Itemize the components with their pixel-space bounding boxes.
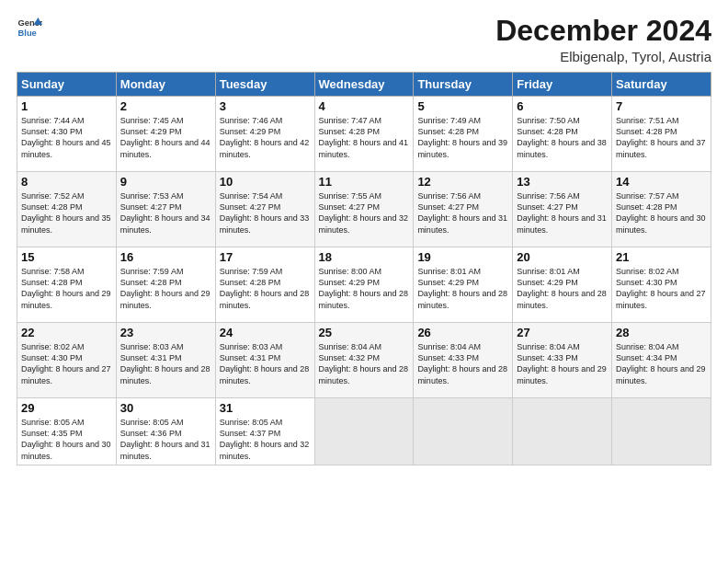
logo-icon: General Blue xyxy=(17,15,42,40)
calendar-week-5: 29 Sunrise: 8:05 AMSunset: 4:35 PMDaylig… xyxy=(17,398,711,465)
cell-info: Sunrise: 8:03 AMSunset: 4:31 PMDaylight:… xyxy=(220,342,310,385)
calendar-header-row: SundayMondayTuesdayWednesdayThursdayFrid… xyxy=(17,73,711,97)
calendar-cell: 29 Sunrise: 8:05 AMSunset: 4:35 PMDaylig… xyxy=(17,398,117,465)
page: General Blue December 2024 Elbigenalp, T… xyxy=(0,0,728,563)
day-number: 11 xyxy=(319,175,410,189)
calendar-cell: 10 Sunrise: 7:54 AMSunset: 4:27 PMDaylig… xyxy=(215,172,314,247)
calendar-cell: 26 Sunrise: 8:04 AMSunset: 4:33 PMDaylig… xyxy=(414,323,513,398)
calendar-cell: 12 Sunrise: 7:56 AMSunset: 4:27 PMDaylig… xyxy=(414,172,513,247)
day-number: 29 xyxy=(21,401,112,415)
day-number: 18 xyxy=(319,250,410,264)
day-number: 25 xyxy=(319,326,410,339)
calendar-cell: 15 Sunrise: 7:58 AMSunset: 4:28 PMDaylig… xyxy=(17,247,117,323)
day-number: 16 xyxy=(120,250,211,264)
day-number: 21 xyxy=(616,250,707,264)
day-number: 19 xyxy=(417,250,508,264)
day-number: 26 xyxy=(417,326,508,339)
calendar-cell: 2 Sunrise: 7:45 AMSunset: 4:29 PMDayligh… xyxy=(116,97,215,172)
cell-info: Sunrise: 7:52 AMSunset: 4:28 PMDaylight:… xyxy=(21,191,111,234)
calendar-cell: 25 Sunrise: 8:04 AMSunset: 4:32 PMDaylig… xyxy=(314,323,414,398)
cell-info: Sunrise: 7:56 AMSunset: 4:27 PMDaylight:… xyxy=(517,191,607,234)
calendar-cell: 18 Sunrise: 8:00 AMSunset: 4:29 PMDaylig… xyxy=(314,247,414,323)
day-number: 28 xyxy=(616,326,707,339)
day-number: 4 xyxy=(319,99,410,113)
calendar-cell xyxy=(612,398,711,465)
cell-info: Sunrise: 7:46 AMSunset: 4:29 PMDaylight:… xyxy=(220,116,310,158)
cell-info: Sunrise: 7:44 AMSunset: 4:30 PMDaylight:… xyxy=(21,116,111,158)
cell-info: Sunrise: 8:01 AMSunset: 4:29 PMDaylight:… xyxy=(517,267,607,309)
cell-info: Sunrise: 7:50 AMSunset: 4:28 PMDaylight:… xyxy=(517,116,607,158)
calendar-cell: 6 Sunrise: 7:50 AMSunset: 4:28 PMDayligh… xyxy=(513,97,612,172)
day-number: 20 xyxy=(517,250,608,264)
day-number: 1 xyxy=(21,99,112,113)
cell-info: Sunrise: 8:05 AMSunset: 4:37 PMDaylight:… xyxy=(220,418,310,460)
weekday-header-sunday: Sunday xyxy=(17,73,117,97)
calendar-cell: 8 Sunrise: 7:52 AMSunset: 4:28 PMDayligh… xyxy=(17,172,117,247)
calendar-cell xyxy=(513,398,612,465)
weekday-header-friday: Friday xyxy=(513,73,612,97)
day-number: 10 xyxy=(220,175,311,189)
month-title: December 2024 xyxy=(495,15,711,47)
header: General Blue December 2024 Elbigenalp, T… xyxy=(17,15,711,64)
cell-info: Sunrise: 7:55 AMSunset: 4:27 PMDaylight:… xyxy=(319,191,409,234)
day-number: 7 xyxy=(616,99,707,113)
calendar-cell: 7 Sunrise: 7:51 AMSunset: 4:28 PMDayligh… xyxy=(612,97,711,172)
calendar-week-1: 1 Sunrise: 7:44 AMSunset: 4:30 PMDayligh… xyxy=(17,97,711,172)
cell-info: Sunrise: 8:00 AMSunset: 4:29 PMDaylight:… xyxy=(319,267,409,309)
cell-info: Sunrise: 8:04 AMSunset: 4:34 PMDaylight:… xyxy=(616,342,706,385)
day-number: 3 xyxy=(220,99,311,113)
cell-info: Sunrise: 8:04 AMSunset: 4:32 PMDaylight:… xyxy=(319,342,409,385)
weekday-header-wednesday: Wednesday xyxy=(314,73,414,97)
calendar-table: SundayMondayTuesdayWednesdayThursdayFrid… xyxy=(17,72,711,465)
calendar-cell: 24 Sunrise: 8:03 AMSunset: 4:31 PMDaylig… xyxy=(215,323,314,398)
calendar-cell: 21 Sunrise: 8:02 AMSunset: 4:30 PMDaylig… xyxy=(612,247,711,323)
cell-info: Sunrise: 8:03 AMSunset: 4:31 PMDaylight:… xyxy=(120,342,210,385)
day-number: 2 xyxy=(120,99,211,113)
day-number: 22 xyxy=(21,326,112,339)
day-number: 13 xyxy=(517,175,608,189)
calendar-week-4: 22 Sunrise: 8:02 AMSunset: 4:30 PMDaylig… xyxy=(17,323,711,398)
calendar-cell: 9 Sunrise: 7:53 AMSunset: 4:27 PMDayligh… xyxy=(116,172,215,247)
day-number: 5 xyxy=(417,99,508,113)
day-number: 30 xyxy=(120,401,211,415)
logo: General Blue xyxy=(17,15,42,40)
weekday-header-tuesday: Tuesday xyxy=(215,73,314,97)
calendar-cell: 16 Sunrise: 7:59 AMSunset: 4:28 PMDaylig… xyxy=(116,247,215,323)
cell-info: Sunrise: 7:57 AMSunset: 4:28 PMDaylight:… xyxy=(616,191,706,234)
cell-info: Sunrise: 7:53 AMSunset: 4:27 PMDaylight:… xyxy=(120,191,210,234)
calendar-cell: 13 Sunrise: 7:56 AMSunset: 4:27 PMDaylig… xyxy=(513,172,612,247)
calendar-week-2: 8 Sunrise: 7:52 AMSunset: 4:28 PMDayligh… xyxy=(17,172,711,247)
cell-info: Sunrise: 8:02 AMSunset: 4:30 PMDaylight:… xyxy=(21,342,111,385)
calendar-cell xyxy=(414,398,513,465)
cell-info: Sunrise: 8:02 AMSunset: 4:30 PMDaylight:… xyxy=(616,267,706,309)
calendar-cell: 23 Sunrise: 8:03 AMSunset: 4:31 PMDaylig… xyxy=(116,323,215,398)
cell-info: Sunrise: 8:05 AMSunset: 4:35 PMDaylight:… xyxy=(21,418,111,460)
cell-info: Sunrise: 7:58 AMSunset: 4:28 PMDaylight:… xyxy=(21,267,111,309)
cell-info: Sunrise: 7:59 AMSunset: 4:28 PMDaylight:… xyxy=(220,267,310,309)
day-number: 8 xyxy=(21,175,112,189)
calendar-cell: 22 Sunrise: 8:02 AMSunset: 4:30 PMDaylig… xyxy=(17,323,117,398)
calendar-cell: 3 Sunrise: 7:46 AMSunset: 4:29 PMDayligh… xyxy=(215,97,314,172)
day-number: 17 xyxy=(220,250,311,264)
cell-info: Sunrise: 8:01 AMSunset: 4:29 PMDaylight:… xyxy=(417,267,507,309)
cell-info: Sunrise: 8:04 AMSunset: 4:33 PMDaylight:… xyxy=(417,342,507,385)
day-number: 9 xyxy=(120,175,211,189)
day-number: 27 xyxy=(517,326,608,339)
calendar-cell: 5 Sunrise: 7:49 AMSunset: 4:28 PMDayligh… xyxy=(414,97,513,172)
weekday-header-thursday: Thursday xyxy=(414,73,513,97)
cell-info: Sunrise: 7:59 AMSunset: 4:28 PMDaylight:… xyxy=(120,267,210,309)
calendar-cell: 19 Sunrise: 8:01 AMSunset: 4:29 PMDaylig… xyxy=(414,247,513,323)
day-number: 24 xyxy=(220,326,311,339)
calendar-cell xyxy=(314,398,414,465)
cell-info: Sunrise: 7:45 AMSunset: 4:29 PMDaylight:… xyxy=(120,116,210,158)
svg-text:Blue: Blue xyxy=(18,29,37,38)
cell-info: Sunrise: 7:54 AMSunset: 4:27 PMDaylight:… xyxy=(220,191,310,234)
day-number: 31 xyxy=(220,401,311,415)
day-number: 23 xyxy=(120,326,211,339)
day-number: 6 xyxy=(517,99,608,113)
cell-info: Sunrise: 7:51 AMSunset: 4:28 PMDaylight:… xyxy=(616,116,706,158)
calendar-cell: 11 Sunrise: 7:55 AMSunset: 4:27 PMDaylig… xyxy=(314,172,414,247)
cell-info: Sunrise: 7:49 AMSunset: 4:28 PMDaylight:… xyxy=(417,116,507,158)
calendar-cell: 20 Sunrise: 8:01 AMSunset: 4:29 PMDaylig… xyxy=(513,247,612,323)
day-number: 15 xyxy=(21,250,112,264)
